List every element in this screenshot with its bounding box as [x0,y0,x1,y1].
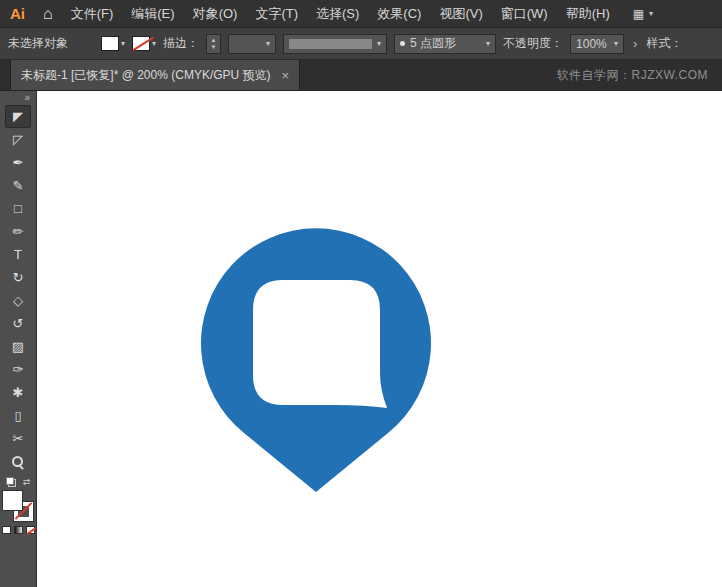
menu-item[interactable]: 帮助(H) [557,0,619,27]
menu-item[interactable]: 文字(T) [246,0,307,27]
rotate-view-tool[interactable]: ↺ [5,312,31,335]
type-tool[interactable]: T [5,243,31,266]
document-tab-bar: 未标题-1 [已恢复]* @ 200% (CMYK/GPU 预览) × 软件自学… [0,60,722,91]
chevron-down-icon: ▾ [377,40,381,48]
illustrator-logo: Ai [0,5,34,22]
fill-indicator-white[interactable] [3,491,22,510]
width-profile-select[interactable]: ▾ [283,34,387,54]
pen-tool[interactable]: ✒ [5,151,31,174]
menu-item[interactable]: 编辑(E) [122,0,183,27]
main-menu: 文件(F)编辑(E)对象(O)文字(T)选择(S)效果(C)视图(V)窗口(W)… [62,0,619,27]
menu-item[interactable]: 视图(V) [430,0,491,27]
document-tab[interactable]: 未标题-1 [已恢复]* @ 200% (CMYK/GPU 预览) × [10,60,300,90]
tools-panel: » ◤◸✒✎□✏T↻◇↺▨✑✱▯✂ ⇄ [0,91,37,587]
opacity-select[interactable]: 100% ▾ [570,34,624,54]
default-fill-stroke-icon[interactable] [6,477,16,487]
home-icon[interactable]: ⌂ [34,5,62,23]
zoom-tool[interactable] [5,450,31,473]
step-down-icon[interactable]: ▼ [211,44,217,51]
fill-color-control[interactable]: ▾ [101,36,125,51]
brush-dot-icon [400,41,405,46]
control-bar: 未选择对象 ▾ ▾ 描边： ▲ ▼ ▾ ▾ 5 点圆形 ▾ 不透明度： 100% [0,28,722,60]
menu-item[interactable]: 选择(S) [307,0,368,27]
stroke-weight-stepper[interactable]: ▲ ▼ [206,34,221,54]
stroke-weight-select[interactable]: ▾ [228,34,276,54]
menu-item[interactable]: 效果(C) [368,0,430,27]
rectangle-tool[interactable]: □ [5,197,31,220]
collapse-panel-icon[interactable]: » [24,92,36,105]
fill-stroke-control [3,491,33,521]
chevron-down-icon: ▾ [121,40,125,48]
gradient-button[interactable] [14,526,23,534]
stroke-none-swatch[interactable] [132,36,150,51]
chevron-down-icon: ▾ [486,40,490,48]
paintbrush-tool[interactable]: ✏ [5,220,31,243]
panel-expand-icon[interactable]: › [631,36,639,51]
eraser-tool[interactable]: ◇ [5,289,31,312]
chevron-down-icon: ▾ [266,40,270,48]
menu-item[interactable]: 文件(F) [62,0,123,27]
style-label: 样式： [646,35,682,52]
brush-name: 5 点圆形 [410,35,481,52]
pencil-tool[interactable]: ✎ [5,174,31,197]
illustrator-window: Ai ⌂ 文件(F)编辑(E)对象(O)文字(T)选择(S)效果(C)视图(V)… [0,0,722,587]
speech-bubble-shape[interactable] [253,280,387,408]
width-profile-preview [289,39,372,49]
stroke-color-control[interactable]: ▾ [132,36,156,51]
rotate-tool[interactable]: ↻ [5,266,31,289]
tab-close-icon[interactable]: × [282,68,290,83]
gradient-tool[interactable]: ▨ [5,335,31,358]
artboard-tool[interactable]: ▯ [5,404,31,427]
menu-item[interactable]: 窗口(W) [492,0,557,27]
chevron-down-icon: ▾ [614,40,618,48]
color-button[interactable] [2,526,11,534]
chevron-down-icon: ▾ [152,40,156,48]
workspace-grid-icon: ▦ [633,7,644,21]
step-up-icon[interactable]: ▲ [211,37,217,44]
swap-fill-stroke-icon[interactable]: ⇄ [23,477,31,487]
stroke-weight-label: 描边： [163,35,199,52]
canvas[interactable] [37,91,722,587]
brush-select[interactable]: 5 点圆形 ▾ [394,34,496,54]
document-tab-title: 未标题-1 [已恢复]* @ 200% (CMYK/GPU 预览) [21,67,271,84]
tool-list: ◤◸✒✎□✏T↻◇↺▨✑✱▯✂ [5,105,31,473]
selection-tool[interactable]: ◤ [5,105,31,128]
menu-bar: Ai ⌂ 文件(F)编辑(E)对象(O)文字(T)选择(S)效果(C)视图(V)… [0,0,722,28]
direct-selection-tool[interactable]: ◸ [5,128,31,151]
opacity-value: 100% [576,37,609,51]
symbol-sprayer-tool[interactable]: ✱ [5,381,31,404]
chevron-down-icon: ▾ [649,10,653,18]
menu-item[interactable]: 对象(O) [184,0,247,27]
slice-tool[interactable]: ✂ [5,427,31,450]
watermark-text: 软件自学网：RJZXW.COM [557,67,709,84]
opacity-label: 不透明度： [503,35,563,52]
eyedropper-tool[interactable]: ✑ [5,358,31,381]
workspace-switcher[interactable]: ▦ ▾ [633,7,653,21]
selection-status: 未选择对象 [8,35,94,52]
none-button[interactable] [26,526,35,534]
fill-swatch[interactable] [101,36,119,51]
zoom-tool-icon [12,456,24,468]
artwork-pin-logo[interactable] [37,91,721,587]
